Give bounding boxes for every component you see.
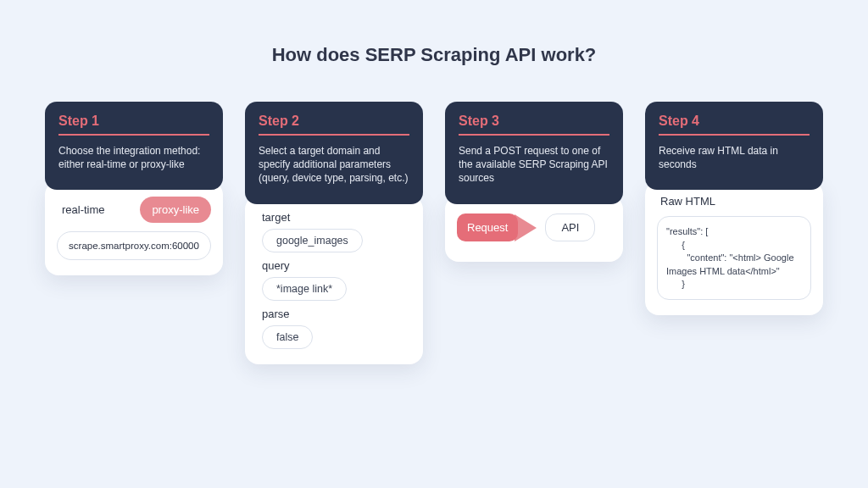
option-realtime: real-time — [62, 203, 105, 216]
request-chip: Request — [457, 214, 518, 241]
step-4-label: Step 4 — [659, 114, 810, 129]
param-parse-label: parse — [262, 308, 411, 320]
step-4-header: Step 4 Receive raw HTML data in seconds — [645, 102, 823, 190]
step-2-body: target google_images query *image link* … — [245, 196, 423, 364]
param-target-label: target — [262, 211, 411, 224]
endpoint-pill: scrape.smartproxy.com:60000 — [57, 231, 211, 260]
step-3-body: Request API — [445, 196, 623, 262]
integration-toggle: real-time proxy-like — [57, 195, 211, 231]
option-proxy-like: proxy-like — [140, 197, 211, 223]
step-1-body: real-time proxy-like scrape.smartproxy.c… — [45, 181, 223, 275]
param-target-value: google_images — [262, 229, 363, 252]
step-2: Step 2 Select a target domain and specif… — [245, 102, 423, 364]
step-1-header: Step 1 Choose the integration method: ei… — [45, 102, 223, 190]
step-rule — [259, 134, 409, 136]
param-query-value: *image link* — [262, 277, 347, 301]
request-flow: Request API — [457, 209, 611, 247]
raw-html-label: Raw HTML — [660, 195, 811, 208]
api-pill: API — [545, 214, 595, 241]
param-parse-value: false — [262, 325, 313, 349]
step-rule — [58, 134, 209, 136]
step-4-body: Raw HTML "results": [ { "content": "<htm… — [645, 181, 823, 315]
step-2-label: Step 2 — [259, 114, 409, 129]
step-3-label: Step 3 — [459, 114, 609, 129]
step-3-desc: Send a POST request to one of the availa… — [459, 144, 609, 186]
step-2-header: Step 2 Select a target domain and specif… — [245, 102, 423, 204]
step-1-label: Step 1 — [58, 114, 209, 129]
code-sample: "results": [ { "content": "<html> Google… — [657, 216, 811, 300]
arrow-icon — [515, 214, 537, 241]
step-3: Step 3 Send a POST request to one of the… — [445, 102, 623, 262]
step-4-desc: Receive raw HTML data in seconds — [659, 144, 810, 171]
step-3-header: Step 3 Send a POST request to one of the… — [445, 102, 623, 204]
step-1-desc: Choose the integration method: either re… — [58, 144, 209, 171]
param-query-label: query — [262, 259, 411, 272]
step-rule — [459, 134, 609, 136]
page-title: How does SERP Scraping API work? — [0, 0, 868, 66]
step-2-desc: Select a target domain and specify addit… — [259, 144, 409, 186]
step-4: Step 4 Receive raw HTML data in seconds … — [645, 102, 823, 315]
step-1: Step 1 Choose the integration method: ei… — [45, 102, 223, 275]
steps-row: Step 1 Choose the integration method: ei… — [0, 66, 868, 364]
step-rule — [659, 134, 810, 136]
